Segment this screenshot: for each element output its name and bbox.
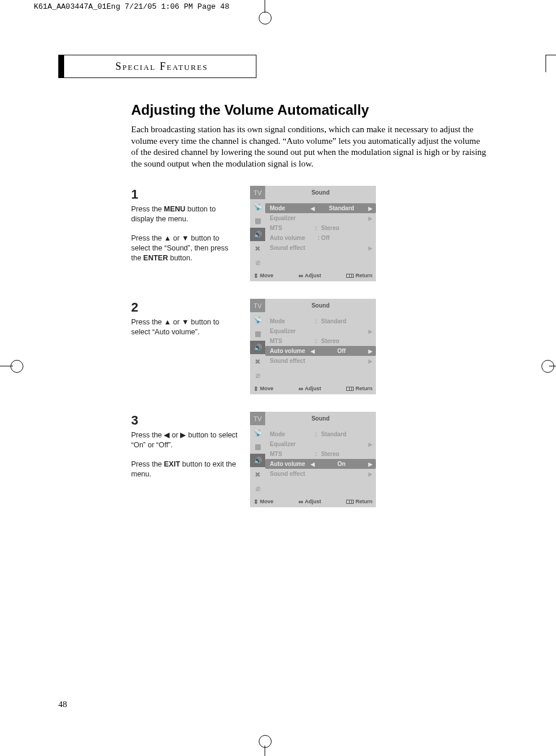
channel-icon: ✖ [250,242,265,256]
step-1-text: 1 Press the MENU button to display the m… [131,186,240,269]
osd-row-mts: MTS : Stereo [270,336,372,346]
content-area: Adjusting the Volume Automatically Each … [131,102,487,525]
osd-row-equalizer: Equalizer ▶ [270,439,372,449]
antenna-icon: 📡 [250,426,265,440]
section-header: Special Features [58,55,256,78]
step-2: 2 Press the ▲ or ▼ button to select “Aut… [131,299,487,394]
step-1-number: 1 [131,186,240,203]
antenna-icon: 📡 [250,200,265,214]
crop-mark-corner [546,55,556,72]
osd-title: Sound [265,412,376,426]
osd-tv-label: TV [250,299,265,313]
page-number: 48 [58,700,67,709]
channel-icon: ✖ [250,355,265,369]
step-3: 3 Press the ◀ or ▶ button to select “On”… [131,412,487,507]
osd-row-soundeffect: Sound effect ▶ [270,243,372,253]
antenna-icon: 📡 [250,313,265,327]
osd-footer: ⇕Move ⇔Adjust Return [250,383,376,394]
channel-icon: ✖ [250,468,265,482]
print-slug: K61A_AA03447A_01Eng 7/21/05 1:06 PM Page… [34,2,229,11]
osd-row-equalizer: Equalizer ▶ [270,326,372,336]
section-header-text: Special Features [115,61,208,73]
crop-mark-bottom [256,735,274,756]
setup-icon: ⎚ [250,482,265,496]
setup-icon: ⎚ [250,256,265,270]
step-1-body: Press the MENU button to display the men… [131,204,240,263]
step-3-text: 3 Press the ◀ or ▶ button to select “On”… [131,412,240,485]
osd-screenshot-1: TV 📡 ▦ 🔊 ✖ ⎚ Sound Mode ◀ Standard ▶ [250,186,376,281]
osd-footer: ⇕Move ⇔Adjust Return [250,496,376,507]
osd-sidebar: TV 📡 ▦ 🔊 ✖ ⎚ [250,186,265,270]
step-2-text: 2 Press the ▲ or ▼ button to select “Aut… [131,299,240,342]
osd-row-soundeffect: Sound effect ▶ [270,469,372,479]
step-3-number: 3 [131,412,240,429]
osd-row-autovol: Auto volume ◀ Off ▶ [265,346,376,356]
osd-row-equalizer: Equalizer ▶ [270,213,372,223]
page-heading: Adjusting the Volume Automatically [131,102,487,118]
sound-icon: 🔊 [250,341,265,355]
osd-row-mode: Mode : Standard [270,429,372,439]
picture-icon: ▦ [250,327,265,341]
osd-tv-label: TV [250,186,265,200]
osd-row-mode: Mode : Standard [270,316,372,326]
osd-screenshot-2: TV 📡 ▦ 🔊 ✖ ⎚ Sound Mode : Standard [250,299,376,394]
osd-row-autovol: Auto volume ◀ On ▶ [265,459,376,469]
osd-tv-label: TV [250,412,265,426]
osd-row-autovol: Auto volume : Off [270,233,372,243]
osd-screenshot-3: TV 📡 ▦ 🔊 ✖ ⎚ Sound Mode : Standard [250,412,376,507]
setup-icon: ⎚ [250,369,265,383]
step-2-number: 2 [131,299,240,316]
osd-sidebar: TV 📡 ▦ 🔊 ✖ ⎚ [250,412,265,496]
osd-row-soundeffect: Sound effect ▶ [270,356,372,366]
crop-mark-right [548,358,556,375]
step-3-body: Press the ◀ or ▶ button to select “On” o… [131,430,240,479]
step-2-body: Press the ▲ or ▼ button to select “Auto … [131,317,240,337]
osd-row-mts: MTS : Stereo [270,223,372,233]
sound-icon: 🔊 [250,454,265,468]
osd-footer: ⇕Move ⇔Adjust Return [250,270,376,281]
osd-title: Sound [265,186,376,200]
osd-title: Sound [265,299,376,313]
sound-icon: 🔊 [250,228,265,242]
crop-mark-left [0,358,23,375]
crop-mark-top [256,0,274,17]
intro-paragraph: Each broadcasting station has its own si… [131,124,487,169]
picture-icon: ▦ [250,440,265,454]
osd-row-mts: MTS : Stereo [270,449,372,459]
osd-sidebar: TV 📡 ▦ 🔊 ✖ ⎚ [250,299,265,383]
picture-icon: ▦ [250,214,265,228]
osd-row-mode: Mode ◀ Standard ▶ [265,203,376,213]
step-1: 1 Press the MENU button to display the m… [131,186,487,281]
